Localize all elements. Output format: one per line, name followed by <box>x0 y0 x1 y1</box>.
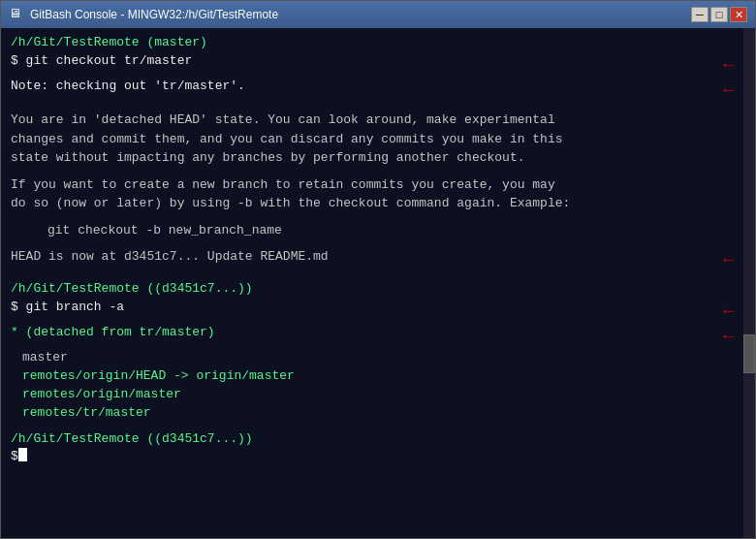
line-block-5: do so (now or later) by using -b with th… <box>11 194 734 213</box>
line-remote-1: remotes/origin/HEAD -> origin/master <box>11 367 734 386</box>
line-block-2: changes and commit them, and you can dis… <box>11 130 734 149</box>
blank-3 <box>11 213 734 221</box>
app-icon: 🖥 <box>9 7 24 22</box>
line-remote-2: remotes/origin/master <box>11 386 734 404</box>
title-bar-left: 🖥 GitBash Console - MINGW32:/h/Git/TestR… <box>9 7 278 22</box>
window: 🖥 GitBash Console - MINGW32:/h/Git/TestR… <box>0 0 756 539</box>
line-1: /h/Git/TestRemote (master) <box>11 34 734 52</box>
terminal[interactable]: /h/Git/TestRemote (master) $ git checkou… <box>1 28 743 538</box>
line-prompt-3: /h/Git/TestRemote ((d3451c7...)) <box>11 430 734 449</box>
blank-1 <box>11 103 734 111</box>
title-bar: 🖥 GitBash Console - MINGW32:/h/Git/TestR… <box>1 1 755 28</box>
line-block-4: If you want to create a new branch to re… <box>11 175 734 195</box>
arrow-2: ← <box>723 78 734 103</box>
arrow-1: ← <box>723 52 734 78</box>
arrow-5: ← <box>723 324 734 349</box>
scrollbar-thumb[interactable] <box>743 334 755 373</box>
line-3: Note: checking out 'tr/master'. ← <box>11 78 734 103</box>
line-branch-cmd: $ git branch -a ← <box>11 299 734 324</box>
blank-4 <box>11 239 734 247</box>
cursor <box>18 448 27 461</box>
line-final: $ <box>11 448 734 466</box>
line-head: HEAD is now at d3451c7... Update README.… <box>11 247 734 272</box>
arrow-4: ← <box>723 299 734 324</box>
blank-6 <box>11 423 734 430</box>
line-block-3: state without impacting any branches by … <box>11 148 734 168</box>
close-button[interactable]: ✕ <box>730 7 747 22</box>
blank-2 <box>11 168 734 175</box>
minimize-button[interactable]: ─ <box>691 7 709 22</box>
arrow-3: ← <box>723 247 734 272</box>
line-block-1: You are in 'detached HEAD' state. You ca… <box>11 111 734 130</box>
line-master: master <box>11 349 734 367</box>
scrollbar[interactable] <box>743 28 755 538</box>
command-1: $ git checkout tr/master <box>11 52 715 71</box>
line-prompt-2: /h/Git/TestRemote ((d3451c7...)) <box>11 280 734 299</box>
line-remote-3: remotes/tr/master <box>11 404 734 423</box>
blank-5 <box>11 272 734 280</box>
maximize-button[interactable]: □ <box>710 7 728 22</box>
line-detached: * (detached from tr/master) ← <box>11 324 734 349</box>
terminal-wrapper: /h/Git/TestRemote (master) $ git checkou… <box>1 28 755 538</box>
title-controls: ─ □ ✕ <box>691 7 747 22</box>
window-title: GitBash Console - MINGW32:/h/Git/TestRem… <box>30 8 278 21</box>
line-example: git checkout -b new_branch_name <box>11 221 734 240</box>
prompt-path-1: /h/Git/TestRemote (master) <box>11 34 207 52</box>
line-2: $ git checkout tr/master ← <box>11 52 734 78</box>
